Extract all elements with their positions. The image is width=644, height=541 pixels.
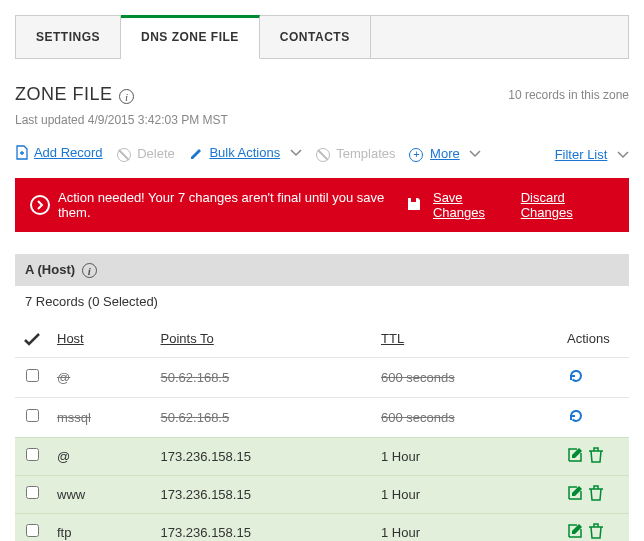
table-row: mssql50.62.168.5600 seconds: [15, 397, 629, 437]
cell-points-to: 50.62.168.5: [153, 357, 373, 397]
row-checkbox[interactable]: [26, 448, 39, 461]
trash-icon[interactable]: [589, 447, 603, 466]
templates-link: Templates: [336, 146, 395, 161]
row-checkbox[interactable]: [26, 409, 39, 422]
section-header-a-host: A (Host) i: [15, 254, 629, 286]
cell-host: @: [49, 357, 153, 397]
table-row: ftp173.236.158.151 Hour: [15, 513, 629, 541]
add-record-icon: [15, 145, 28, 163]
alert-arrow-icon: [30, 195, 50, 215]
records-in-zone: 10 records in this zone: [508, 88, 629, 102]
undo-icon[interactable]: [567, 367, 585, 388]
save-changes-link[interactable]: Save Changes: [433, 190, 513, 220]
tab-bar: SETTINGS DNS ZONE FILE CONTACTS: [15, 15, 629, 59]
cell-points-to: 173.236.158.15: [153, 437, 373, 475]
tab-contacts[interactable]: CONTACTS: [260, 16, 371, 58]
row-checkbox[interactable]: [26, 524, 39, 537]
edit-icon[interactable]: [567, 523, 583, 541]
select-all-header[interactable]: [15, 321, 49, 357]
undo-icon[interactable]: [567, 407, 585, 428]
tab-dns-zone-file[interactable]: DNS ZONE FILE: [121, 15, 260, 59]
cell-ttl: 600 seconds: [373, 357, 559, 397]
trash-icon[interactable]: [589, 485, 603, 504]
column-ttl[interactable]: TTL: [373, 321, 559, 357]
bulk-actions-icon: [189, 146, 203, 163]
row-checkbox[interactable]: [26, 369, 39, 382]
more-link[interactable]: More: [430, 146, 460, 161]
column-actions: Actions: [559, 321, 629, 357]
chevron-down-icon: [617, 147, 629, 162]
edit-icon[interactable]: [567, 447, 583, 466]
cell-points-to: 173.236.158.15: [153, 475, 373, 513]
cell-ttl: 600 seconds: [373, 397, 559, 437]
delete-disabled-icon: [117, 148, 131, 162]
trash-icon[interactable]: [589, 523, 603, 541]
records-table: Host Points To TTL Actions @50.62.168.56…: [15, 321, 629, 541]
page-title: ZONE FILE: [15, 84, 113, 104]
table-row: @173.236.158.151 Hour: [15, 437, 629, 475]
info-icon[interactable]: i: [82, 263, 97, 278]
table-row: www173.236.158.151 Hour: [15, 475, 629, 513]
cell-points-to: 50.62.168.5: [153, 397, 373, 437]
last-updated: Last updated 4/9/2015 3:42:03 PM MST: [15, 113, 629, 127]
templates-disabled-icon: [316, 148, 330, 162]
filter-list-link[interactable]: Filter List: [555, 147, 608, 162]
discard-changes-link[interactable]: Discard Changes: [521, 190, 614, 220]
row-checkbox[interactable]: [26, 486, 39, 499]
delete-link: Delete: [137, 146, 175, 161]
pending-changes-alert: Action needed! Your 7 changes aren't fin…: [15, 178, 629, 232]
column-points-to[interactable]: Points To: [153, 321, 373, 357]
save-icon: [407, 197, 421, 214]
cell-host: @: [49, 437, 153, 475]
table-row: @50.62.168.5600 seconds: [15, 357, 629, 397]
cell-host: mssql: [49, 397, 153, 437]
chevron-down-icon: [469, 146, 481, 161]
info-icon[interactable]: i: [119, 89, 134, 104]
cell-host: www: [49, 475, 153, 513]
bulk-actions-link[interactable]: Bulk Actions: [209, 145, 280, 160]
cell-points-to: 173.236.158.15: [153, 513, 373, 541]
chevron-down-icon: [290, 145, 302, 160]
edit-icon[interactable]: [567, 485, 583, 504]
add-record-link[interactable]: Add Record: [34, 145, 103, 160]
toolbar: Add Record Delete Bulk Actions Templates…: [15, 145, 629, 163]
column-host[interactable]: Host: [49, 321, 153, 357]
cell-host: ftp: [49, 513, 153, 541]
plus-circle-icon: +: [409, 148, 423, 162]
cell-ttl: 1 Hour: [373, 437, 559, 475]
section-title: A (Host): [25, 262, 75, 277]
tab-settings[interactable]: SETTINGS: [16, 16, 121, 58]
cell-ttl: 1 Hour: [373, 513, 559, 541]
alert-message: Action needed! Your 7 changes aren't fin…: [58, 190, 397, 220]
records-count: 7 Records (0 Selected): [15, 286, 629, 321]
cell-ttl: 1 Hour: [373, 475, 559, 513]
